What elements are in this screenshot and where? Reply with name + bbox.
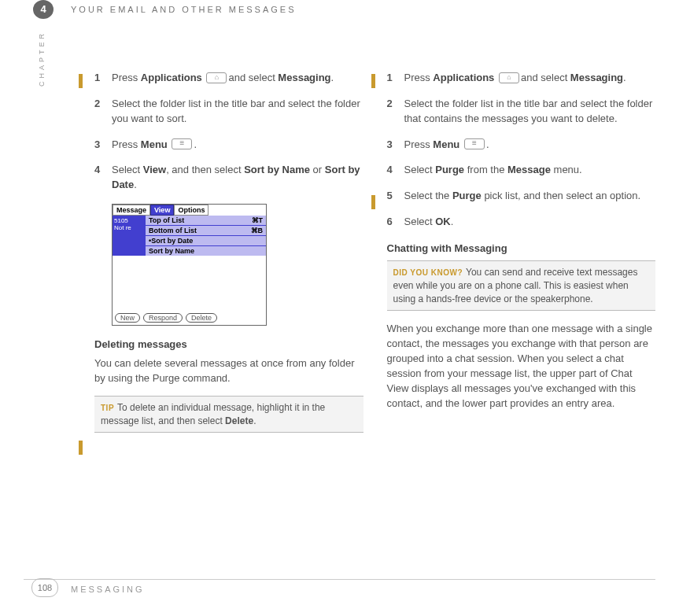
page-header-title: YOUR EMAIL AND OTHER MESSAGES	[71, 5, 296, 14]
step-number: 5	[387, 189, 404, 204]
left-column: 1 Press Applications and select Messagin…	[94, 71, 363, 433]
ss-tab-view: View	[150, 205, 174, 216]
home-key-icon	[499, 72, 519, 83]
accent-bar	[371, 195, 375, 209]
body-paragraph: When you exchange more than one message …	[387, 322, 656, 411]
menu-key-icon	[172, 138, 192, 149]
ss-dropdown-menu: Top of List ⌘T Bottom of List ⌘B •Sort b…	[146, 216, 266, 256]
step-text: Press Applications and select Messaging.	[404, 71, 656, 86]
section-heading-deleting: Deleting messages	[94, 338, 363, 350]
footer-divider	[24, 579, 655, 580]
step-number: 1	[94, 71, 112, 86]
ss-new-button: New	[115, 313, 140, 323]
right-column: 1 Press Applications and select Messagin…	[387, 71, 656, 433]
step-text: Press Applications and select Messaging.	[112, 71, 363, 86]
step-text: Select the folder list in the title bar …	[404, 97, 656, 127]
tip-label: TIP	[101, 404, 114, 412]
section-heading-chatting: Chatting with Messaging	[387, 242, 656, 254]
tip-box: TIPTo delete an individual message, high…	[94, 396, 363, 433]
step-item: 4 Select Purge from the Message menu.	[387, 163, 656, 178]
step-text: Select the folder list in the title bar …	[112, 97, 363, 127]
step-item: 1 Press Applications and select Messagin…	[94, 71, 363, 86]
did-you-know-box: DID YOU KNOW?You can send and receive te…	[387, 260, 656, 311]
accent-bar	[79, 441, 83, 455]
device-screenshot: Message View Options 5105 Not re Top of …	[112, 204, 267, 326]
ss-tab-message: Message	[113, 205, 150, 216]
step-item: 5 Select the Purge pick list, and then s…	[387, 189, 656, 204]
step-number: 1	[387, 71, 404, 86]
step-number: 3	[94, 138, 112, 153]
accent-bar	[371, 74, 375, 88]
step-number: 4	[387, 163, 404, 178]
step-item: 2 Select the folder list in the title ba…	[94, 97, 363, 127]
step-text: Select Purge from the Message menu.	[404, 163, 656, 178]
ss-respond-button: Respond	[143, 313, 183, 323]
step-item: 3 Press Menu .	[94, 138, 363, 153]
step-number: 4	[94, 163, 112, 193]
step-number: 3	[387, 138, 404, 153]
step-number: 2	[94, 97, 112, 127]
dyk-label: DID YOU KNOW?	[393, 268, 463, 277]
step-text: Press Menu .	[112, 138, 363, 153]
step-text: Select OK.	[404, 215, 656, 230]
step-item: 3 Press Menu .	[387, 138, 656, 153]
menu-key-icon	[464, 138, 485, 149]
step-text: Select the Purge pick list, and then sel…	[404, 189, 656, 204]
home-key-icon	[206, 72, 227, 83]
footer-section-label: MESSAGING	[71, 585, 145, 594]
step-item: 4 Select View, and then select Sort by N…	[94, 163, 363, 193]
step-number: 2	[387, 97, 404, 127]
step-text: Press Menu .	[404, 138, 656, 153]
step-item: 2 Select the folder list in the title ba…	[387, 97, 656, 127]
section-paragraph: You can delete several messages at once …	[94, 356, 363, 386]
step-number: 6	[387, 215, 404, 230]
ss-sidebar: 5105 Not re	[113, 216, 146, 256]
step-item: 1 Press Applications and select Messagin…	[387, 71, 656, 86]
chapter-number-badge: 4	[33, 0, 54, 19]
step-item: 6 Select OK.	[387, 215, 656, 230]
ss-tab-options: Options	[174, 205, 208, 216]
step-text: Select View, and then select Sort by Nam…	[112, 163, 363, 193]
page-number: 108	[31, 578, 58, 597]
accent-bar	[79, 74, 83, 88]
chapter-side-label: CHAPTER	[38, 31, 46, 87]
ss-delete-button: Delete	[186, 313, 217, 323]
